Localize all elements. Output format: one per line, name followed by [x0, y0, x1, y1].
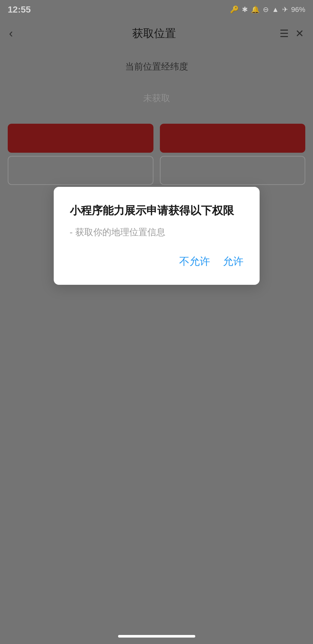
dialog-body: - 获取你的地理位置信息	[70, 226, 244, 238]
allow-button[interactable]: 允许	[223, 251, 244, 272]
home-indicator	[118, 635, 195, 638]
deny-button[interactable]: 不允许	[179, 251, 210, 272]
permission-dialog: 小程序能力展示申请获得以下权限 - 获取你的地理位置信息 不允许 允许	[54, 187, 260, 285]
dialog-title: 小程序能力展示申请获得以下权限	[70, 203, 244, 218]
dialog-actions: 不允许 允许	[70, 251, 244, 272]
dialog-overlay: 小程序能力展示申请获得以下权限 - 获取你的地理位置信息 不允许 允许	[0, 0, 313, 644]
